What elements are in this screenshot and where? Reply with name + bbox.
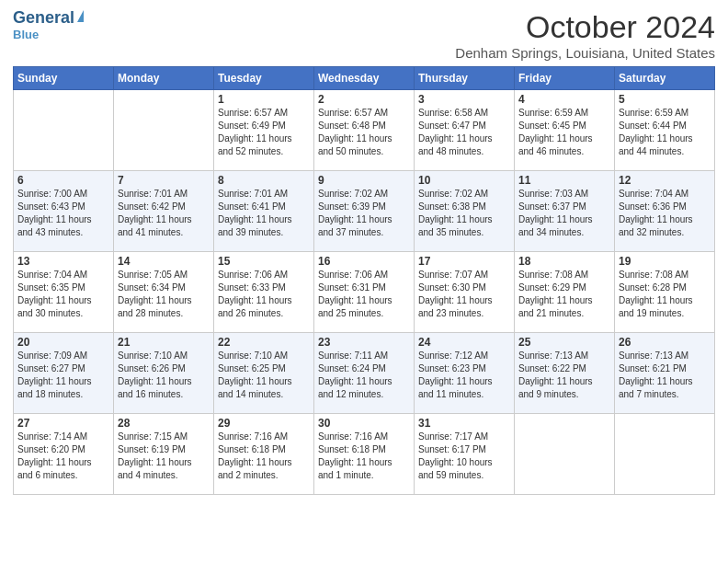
- day-number: 3: [418, 93, 510, 106]
- header: General Blue October 2024 Denham Springs…: [13, 9, 715, 61]
- calendar-header-sunday: Sunday: [14, 67, 114, 90]
- day-info: Sunrise: 7:17 AMSunset: 6:17 PMDaylight:…: [418, 431, 510, 482]
- calendar-cell: [515, 414, 615, 495]
- logo-area: General Blue: [13, 9, 84, 41]
- day-number: 26: [619, 336, 711, 349]
- day-number: 27: [17, 417, 109, 430]
- day-number: 6: [17, 174, 109, 187]
- calendar-cell: 21Sunrise: 7:10 AMSunset: 6:26 PMDayligh…: [114, 333, 214, 414]
- day-info: Sunrise: 6:57 AMSunset: 6:49 PMDaylight:…: [218, 107, 310, 158]
- calendar-cell: 8Sunrise: 7:01 AMSunset: 6:41 PMDaylight…: [214, 171, 314, 252]
- day-number: 30: [318, 417, 410, 430]
- calendar-header-row: SundayMondayTuesdayWednesdayThursdayFrid…: [14, 67, 715, 90]
- logo-blue: Blue: [13, 28, 39, 41]
- day-info: Sunrise: 7:16 AMSunset: 6:18 PMDaylight:…: [318, 431, 410, 482]
- calendar-cell: 5Sunrise: 6:59 AMSunset: 6:44 PMDaylight…: [615, 90, 715, 171]
- calendar-cell: 27Sunrise: 7:14 AMSunset: 6:20 PMDayligh…: [14, 414, 114, 495]
- calendar-cell: 18Sunrise: 7:08 AMSunset: 6:29 PMDayligh…: [515, 252, 615, 333]
- calendar-cell: 19Sunrise: 7:08 AMSunset: 6:28 PMDayligh…: [615, 252, 715, 333]
- day-info: Sunrise: 7:01 AMSunset: 6:41 PMDaylight:…: [218, 188, 310, 239]
- day-info: Sunrise: 7:06 AMSunset: 6:31 PMDaylight:…: [318, 269, 410, 320]
- day-number: 29: [218, 417, 310, 430]
- calendar-cell: 11Sunrise: 7:03 AMSunset: 6:37 PMDayligh…: [515, 171, 615, 252]
- day-number: 31: [418, 417, 510, 430]
- calendar-cell: 12Sunrise: 7:04 AMSunset: 6:36 PMDayligh…: [615, 171, 715, 252]
- day-info: Sunrise: 7:05 AMSunset: 6:34 PMDaylight:…: [118, 269, 210, 320]
- calendar-cell: 25Sunrise: 7:13 AMSunset: 6:22 PMDayligh…: [515, 333, 615, 414]
- day-number: 1: [218, 93, 310, 106]
- day-info: Sunrise: 7:14 AMSunset: 6:20 PMDaylight:…: [17, 431, 109, 482]
- day-number: 5: [619, 93, 711, 106]
- day-number: 19: [619, 255, 711, 268]
- day-info: Sunrise: 7:03 AMSunset: 6:37 PMDaylight:…: [518, 188, 610, 239]
- calendar-cell: [615, 414, 715, 495]
- day-info: Sunrise: 7:11 AMSunset: 6:24 PMDaylight:…: [318, 350, 410, 401]
- calendar-cell: 2Sunrise: 6:57 AMSunset: 6:48 PMDaylight…: [314, 90, 415, 171]
- day-number: 13: [17, 255, 109, 268]
- sub-title: Denham Springs, Louisiana, United States: [455, 45, 715, 61]
- day-info: Sunrise: 7:01 AMSunset: 6:42 PMDaylight:…: [118, 188, 210, 239]
- day-number: 28: [118, 417, 210, 430]
- calendar-cell: 14Sunrise: 7:05 AMSunset: 6:34 PMDayligh…: [114, 252, 214, 333]
- day-info: Sunrise: 7:13 AMSunset: 6:22 PMDaylight:…: [518, 350, 610, 401]
- day-number: 9: [318, 174, 410, 187]
- day-number: 12: [619, 174, 711, 187]
- calendar-cell: 9Sunrise: 7:02 AMSunset: 6:39 PMDaylight…: [314, 171, 415, 252]
- day-number: 16: [318, 255, 410, 268]
- day-info: Sunrise: 7:08 AMSunset: 6:29 PMDaylight:…: [518, 269, 610, 320]
- day-number: 10: [418, 174, 510, 187]
- calendar-week-5: 27Sunrise: 7:14 AMSunset: 6:20 PMDayligh…: [14, 414, 715, 495]
- calendar-cell: 4Sunrise: 6:59 AMSunset: 6:45 PMDaylight…: [515, 90, 615, 171]
- day-number: 2: [318, 93, 410, 106]
- day-info: Sunrise: 7:06 AMSunset: 6:33 PMDaylight:…: [218, 269, 310, 320]
- day-info: Sunrise: 7:04 AMSunset: 6:35 PMDaylight:…: [17, 269, 109, 320]
- calendar-cell: [114, 90, 214, 171]
- calendar-header-saturday: Saturday: [615, 67, 715, 90]
- calendar-cell: 1Sunrise: 6:57 AMSunset: 6:49 PMDaylight…: [214, 90, 314, 171]
- calendar-cell: [14, 90, 114, 171]
- calendar-cell: 3Sunrise: 6:58 AMSunset: 6:47 PMDaylight…: [415, 90, 515, 171]
- calendar-cell: 28Sunrise: 7:15 AMSunset: 6:19 PMDayligh…: [114, 414, 214, 495]
- page: General Blue October 2024 Denham Springs…: [0, 0, 728, 563]
- day-info: Sunrise: 7:13 AMSunset: 6:21 PMDaylight:…: [619, 350, 711, 401]
- calendar-cell: 6Sunrise: 7:00 AMSunset: 6:43 PMDaylight…: [14, 171, 114, 252]
- day-number: 4: [518, 93, 610, 106]
- calendar-cell: 30Sunrise: 7:16 AMSunset: 6:18 PMDayligh…: [314, 414, 415, 495]
- day-number: 14: [118, 255, 210, 268]
- day-number: 25: [518, 336, 610, 349]
- calendar-cell: 7Sunrise: 7:01 AMSunset: 6:42 PMDaylight…: [114, 171, 214, 252]
- main-title: October 2024: [455, 9, 715, 45]
- day-info: Sunrise: 7:08 AMSunset: 6:28 PMDaylight:…: [619, 269, 711, 320]
- day-info: Sunrise: 6:59 AMSunset: 6:44 PMDaylight:…: [619, 107, 711, 158]
- day-number: 24: [418, 336, 510, 349]
- day-info: Sunrise: 7:02 AMSunset: 6:38 PMDaylight:…: [418, 188, 510, 239]
- calendar-cell: 15Sunrise: 7:06 AMSunset: 6:33 PMDayligh…: [214, 252, 314, 333]
- calendar-header-monday: Monday: [114, 67, 214, 90]
- day-number: 18: [518, 255, 610, 268]
- day-number: 17: [418, 255, 510, 268]
- calendar-header-friday: Friday: [515, 67, 615, 90]
- day-info: Sunrise: 7:12 AMSunset: 6:23 PMDaylight:…: [418, 350, 510, 401]
- day-info: Sunrise: 7:16 AMSunset: 6:18 PMDaylight:…: [218, 431, 310, 482]
- calendar-cell: 10Sunrise: 7:02 AMSunset: 6:38 PMDayligh…: [415, 171, 515, 252]
- calendar-cell: 20Sunrise: 7:09 AMSunset: 6:27 PMDayligh…: [14, 333, 114, 414]
- calendar-week-1: 1Sunrise: 6:57 AMSunset: 6:49 PMDaylight…: [14, 90, 715, 171]
- day-info: Sunrise: 7:02 AMSunset: 6:39 PMDaylight:…: [318, 188, 410, 239]
- calendar-cell: 26Sunrise: 7:13 AMSunset: 6:21 PMDayligh…: [615, 333, 715, 414]
- calendar-cell: 24Sunrise: 7:12 AMSunset: 6:23 PMDayligh…: [415, 333, 515, 414]
- day-number: 23: [318, 336, 410, 349]
- calendar-cell: 23Sunrise: 7:11 AMSunset: 6:24 PMDayligh…: [314, 333, 415, 414]
- calendar-cell: 31Sunrise: 7:17 AMSunset: 6:17 PMDayligh…: [415, 414, 515, 495]
- calendar-week-4: 20Sunrise: 7:09 AMSunset: 6:27 PMDayligh…: [14, 333, 715, 414]
- day-info: Sunrise: 7:04 AMSunset: 6:36 PMDaylight:…: [619, 188, 711, 239]
- day-info: Sunrise: 7:00 AMSunset: 6:43 PMDaylight:…: [17, 188, 109, 239]
- day-number: 8: [218, 174, 310, 187]
- calendar-cell: 13Sunrise: 7:04 AMSunset: 6:35 PMDayligh…: [14, 252, 114, 333]
- day-number: 22: [218, 336, 310, 349]
- calendar-header-tuesday: Tuesday: [214, 67, 314, 90]
- calendar-header-wednesday: Wednesday: [314, 67, 415, 90]
- day-info: Sunrise: 7:07 AMSunset: 6:30 PMDaylight:…: [418, 269, 510, 320]
- day-info: Sunrise: 6:59 AMSunset: 6:45 PMDaylight:…: [518, 107, 610, 158]
- calendar-cell: 17Sunrise: 7:07 AMSunset: 6:30 PMDayligh…: [415, 252, 515, 333]
- calendar-week-2: 6Sunrise: 7:00 AMSunset: 6:43 PMDaylight…: [14, 171, 715, 252]
